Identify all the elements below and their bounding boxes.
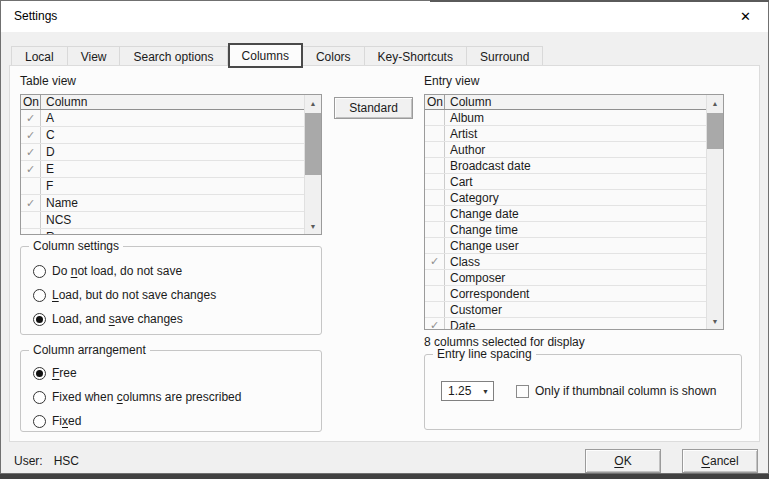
tab-columns[interactable]: Columns	[228, 43, 303, 68]
table-row[interactable]: Album	[425, 110, 706, 126]
row-column-label: Customer	[445, 302, 706, 317]
row-check-cell[interactable]: ✓	[21, 110, 41, 126]
row-check-cell[interactable]: ✓	[21, 127, 41, 143]
scroll-track[interactable]	[707, 111, 723, 313]
entry-view-scrollbar[interactable]: ▲ ▼	[706, 95, 723, 329]
table-row[interactable]: Correspondent	[425, 286, 706, 302]
row-column-label: Name	[41, 195, 304, 211]
row-check-cell[interactable]	[21, 212, 41, 228]
ok-button[interactable]: OK	[585, 449, 661, 473]
standard-button[interactable]: Standard	[334, 97, 413, 119]
table-row[interactable]: Change user	[425, 238, 706, 254]
scroll-thumb[interactable]	[305, 113, 321, 175]
row-column-label: NCS	[41, 212, 304, 228]
header-column[interactable]: Column	[41, 95, 304, 109]
header-on[interactable]: On	[21, 95, 41, 109]
row-check-cell[interactable]	[425, 174, 445, 189]
row-column-label: Date	[445, 318, 706, 329]
radio-option[interactable]: Fixed	[21, 409, 321, 433]
scroll-up-icon[interactable]: ▲	[305, 95, 321, 111]
table-body: ✓A✓C✓D✓EF✓NameNCS✓R	[21, 110, 304, 234]
row-check-cell[interactable]	[425, 190, 445, 205]
row-check-cell[interactable]: ✓	[21, 161, 41, 177]
table-body: AlbumArtistAuthorBroadcast dateCartCateg…	[425, 110, 706, 329]
row-check-cell[interactable]	[425, 142, 445, 157]
table-row[interactable]: Change time	[425, 222, 706, 238]
table-row[interactable]: Customer	[425, 302, 706, 318]
radio-button[interactable]	[33, 289, 46, 302]
scroll-thumb[interactable]	[707, 113, 723, 149]
row-check-cell[interactable]	[425, 270, 445, 285]
thumbnail-checkbox-row[interactable]: Only if thumbnail column is shown	[516, 384, 716, 398]
table-view-scrollbar[interactable]: ▲ ▼	[304, 95, 321, 234]
table-row[interactable]: ✓Name	[21, 195, 304, 212]
table-row[interactable]: ✓D	[21, 144, 304, 161]
row-check-cell[interactable]	[425, 206, 445, 221]
table-row[interactable]: ✓A	[21, 110, 304, 127]
scroll-up-icon[interactable]: ▲	[707, 95, 723, 111]
header-on[interactable]: On	[425, 95, 445, 109]
table-row[interactable]: Broadcast date	[425, 158, 706, 174]
table-row[interactable]: F	[21, 178, 304, 195]
table-row[interactable]: ✓Class	[425, 254, 706, 270]
thumbnail-checkbox-label: Only if thumbnail column is shown	[535, 384, 716, 398]
row-check-cell[interactable]	[425, 286, 445, 301]
table-row[interactable]: Composer	[425, 270, 706, 286]
entry-view-list: On Column AlbumArtistAuthorBroadcast dat…	[424, 94, 724, 330]
row-check-cell[interactable]	[425, 302, 445, 317]
row-check-cell[interactable]: ✓	[21, 144, 41, 160]
radio-button[interactable]	[33, 265, 46, 278]
row-check-cell[interactable]	[425, 158, 445, 173]
row-column-label: Album	[445, 110, 706, 125]
thumbnail-checkbox[interactable]	[516, 385, 529, 398]
table-row[interactable]: Author	[425, 142, 706, 158]
line-spacing-dropdown[interactable]: 1.25 ▼	[441, 381, 494, 401]
radio-option[interactable]: Load, but do not save changes	[21, 283, 321, 307]
table-row[interactable]: ✓Date	[425, 318, 706, 329]
check-icon: ✓	[26, 113, 35, 124]
row-check-cell[interactable]	[425, 222, 445, 237]
row-check-cell[interactable]: ✓	[21, 229, 41, 234]
table-row[interactable]: ✓C	[21, 127, 304, 144]
title-bar[interactable]: Settings ✕	[1, 1, 768, 32]
row-check-cell[interactable]: ✓	[425, 254, 445, 269]
table-row[interactable]: Category	[425, 190, 706, 206]
table-row[interactable]: Change date	[425, 206, 706, 222]
radio-option[interactable]: Fixed when columns are prescribed	[21, 385, 321, 409]
radio-button[interactable]	[33, 313, 46, 326]
row-column-label: Change user	[445, 238, 706, 253]
radio-option[interactable]: Load, and save changes	[21, 307, 321, 331]
radio-button[interactable]	[33, 391, 46, 404]
scroll-track[interactable]	[305, 111, 321, 218]
table-row[interactable]: Cart	[425, 174, 706, 190]
table-view-header[interactable]: On Column	[21, 95, 304, 110]
header-column[interactable]: Column	[445, 95, 706, 109]
radio-button[interactable]	[33, 415, 46, 428]
scroll-down-icon[interactable]: ▼	[305, 218, 321, 234]
table-row[interactable]: Artist	[425, 126, 706, 142]
row-check-cell[interactable]	[21, 178, 41, 194]
radio-option[interactable]: Free	[21, 361, 321, 385]
row-check-cell[interactable]: ✓	[425, 318, 445, 329]
row-column-label: Composer	[445, 270, 706, 285]
columns-tab-page: Table view On Column ✓A✓C✓D✓EF✓NameNCS✓R…	[9, 65, 760, 442]
entry-line-spacing-title: Entry line spacing	[433, 347, 536, 361]
radio-button[interactable]	[33, 367, 46, 380]
table-row[interactable]: ✓R	[21, 229, 304, 234]
table-row[interactable]: ✓E	[21, 161, 304, 178]
radio-option[interactable]: Do not load, do not save	[21, 259, 321, 283]
scroll-down-icon[interactable]: ▼	[707, 313, 723, 329]
row-check-cell[interactable]	[425, 238, 445, 253]
row-column-label: E	[41, 161, 304, 177]
row-check-cell[interactable]	[425, 126, 445, 141]
table-row[interactable]: NCS	[21, 212, 304, 229]
background-window-edge	[430, 0, 769, 2]
entry-view-header[interactable]: On Column	[425, 95, 706, 110]
cancel-button[interactable]: Cancel	[682, 449, 758, 473]
check-icon: ✓	[26, 198, 35, 209]
user-value: HSC	[54, 454, 79, 468]
row-check-cell[interactable]	[425, 110, 445, 125]
radio-label: Do not load, do not save	[52, 264, 182, 278]
close-icon[interactable]: ✕	[723, 1, 768, 32]
row-check-cell[interactable]: ✓	[21, 195, 41, 211]
